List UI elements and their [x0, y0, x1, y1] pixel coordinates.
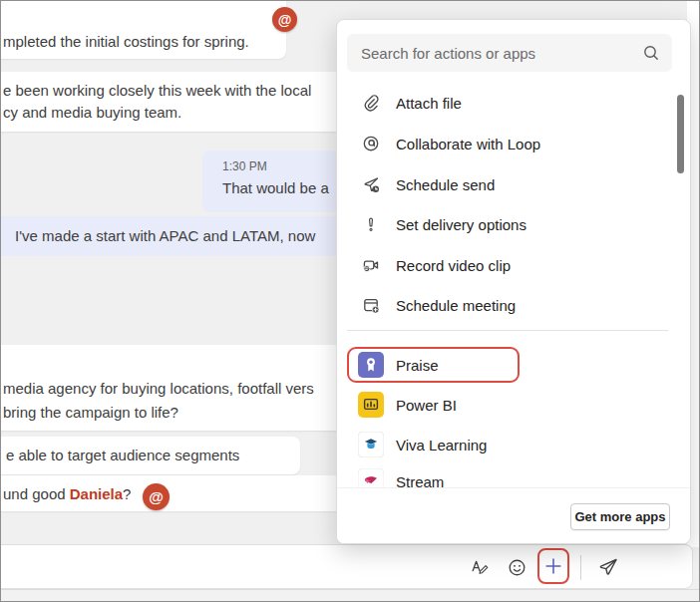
add-actions-button[interactable] — [537, 548, 569, 584]
video-clip-icon — [361, 255, 381, 275]
mention-badge-icon: @ — [143, 483, 170, 510]
calendar-plus-icon — [361, 295, 381, 315]
menu-item-label: Viva Learning — [396, 437, 487, 453]
menu-item-attach-file[interactable]: Attach file — [337, 86, 676, 120]
message-text: media agency for buying locations, footf… — [3, 377, 344, 401]
actions-apps-popup: Attach file Collaborate with Loop — [336, 19, 691, 544]
power-bi-app-icon — [358, 392, 384, 418]
menu-item-label: Stream — [396, 473, 444, 488]
message-text: e able to target audience segments — [6, 447, 239, 463]
popup-menu-list: Attach file Collaborate with Loop — [337, 80, 691, 487]
menu-item-set-delivery-options[interactable]: Set delivery options — [337, 207, 676, 241]
message-bubble: e been working closely this week with th… — [0, 72, 344, 132]
exclamation-icon — [361, 214, 381, 234]
app-item-power-bi[interactable]: Power BI — [337, 388, 676, 422]
message-bubble: e able to target audience segments — [0, 437, 300, 474]
menu-item-label: Schedule meeting — [396, 297, 516, 314]
send-icon — [596, 555, 620, 579]
compose-message-box[interactable] — [0, 544, 693, 589]
message-text: mpleted the initial costings for spring. — [3, 33, 249, 50]
loop-icon — [361, 134, 381, 153]
popup-search-field[interactable] — [347, 34, 672, 72]
popup-scrollbar[interactable] — [677, 95, 684, 173]
menu-divider — [347, 330, 668, 331]
mention-text[interactable]: Daniela — [70, 485, 123, 502]
format-button[interactable] — [465, 552, 495, 582]
message-text: That would be a — [222, 179, 329, 196]
message-bubble-own: I've made a start with APAC and LATAM, n… — [0, 216, 352, 256]
compose-divider — [580, 555, 581, 580]
search-input[interactable] — [347, 34, 672, 72]
at-symbol: @ — [278, 12, 292, 28]
menu-item-label: Set delivery options — [396, 216, 526, 233]
format-icon — [469, 556, 491, 578]
message-text: bring the campaign to life? — [3, 401, 344, 425]
message-bubble: und good Daniela? — [0, 475, 344, 511]
message-text: und good — [3, 485, 70, 502]
praise-app-icon — [358, 352, 384, 378]
window-bottom-strip — [1, 589, 700, 602]
app-item-praise[interactable]: Praise — [337, 348, 676, 382]
send-button[interactable] — [593, 552, 623, 582]
menu-item-schedule-meeting[interactable]: Schedule meeting — [337, 288, 676, 322]
menu-item-schedule-send[interactable]: Schedule send — [337, 167, 676, 201]
message-text: ? — [123, 485, 131, 502]
emoji-button[interactable] — [502, 552, 531, 582]
app-item-stream[interactable]: Stream — [337, 464, 676, 487]
menu-item-label: Power BI — [396, 397, 457, 414]
message-text: e been working closely this week with th… — [3, 80, 344, 102]
schedule-send-icon — [361, 174, 381, 194]
message-text: cy and media buying team. — [3, 102, 344, 124]
paperclip-icon — [361, 93, 381, 113]
message-text: I've made a start with APAC and LATAM, n… — [15, 227, 315, 244]
stream-app-icon — [358, 468, 384, 487]
mention-badge-icon: @ — [272, 7, 297, 32]
at-symbol: @ — [149, 488, 164, 505]
menu-item-collaborate-with-loop[interactable]: Collaborate with Loop — [337, 127, 676, 160]
menu-item-label: Praise — [396, 357, 439, 374]
menu-item-record-video-clip[interactable]: Record video clip — [337, 248, 676, 282]
search-icon — [641, 43, 661, 63]
get-more-apps-button[interactable]: Get more apps — [570, 503, 670, 530]
menu-item-label: Record video clip — [396, 257, 511, 274]
message-bubble: mpleted the initial costings for spring. — [0, 0, 286, 59]
emoji-icon — [506, 556, 528, 579]
viva-learning-app-icon — [358, 432, 384, 457]
teams-chat-window: mpleted the initial costings for spring.… — [0, 0, 700, 602]
popup-footer: Get more apps — [337, 487, 691, 544]
menu-item-label: Schedule send — [396, 176, 495, 193]
app-item-viva-learning[interactable]: Viva Learning — [337, 428, 676, 461]
plus-icon — [542, 555, 564, 577]
menu-item-label: Attach file — [396, 95, 462, 112]
menu-item-label: Collaborate with Loop — [396, 136, 540, 152]
message-bubble: media agency for buying locations, footf… — [0, 345, 344, 431]
